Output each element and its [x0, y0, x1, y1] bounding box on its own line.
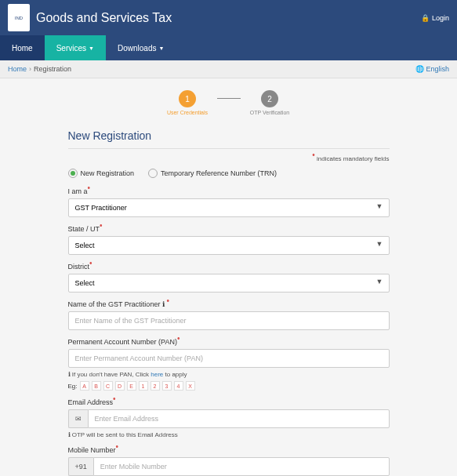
header: IND Goods and Services Tax 🔒 Login — [0, 0, 457, 35]
mail-icon: ✉ — [68, 409, 88, 428]
site-title: Goods and Services Tax — [36, 11, 172, 25]
state-label: State / UT• — [68, 225, 390, 233]
radio-trn[interactable]: Temporary Reference Number (TRN) — [148, 169, 277, 178]
email-input[interactable] — [88, 409, 390, 428]
language-selector[interactable]: 🌐 English — [415, 65, 449, 73]
radio-new-registration[interactable]: New Registration — [68, 169, 135, 178]
breadcrumb-bar: Home›Registration 🌐 English — [0, 60, 457, 78]
pan-note: ℹ If you don't have PAN, Click here to a… — [68, 371, 390, 378]
nav-home[interactable]: Home — [0, 35, 45, 60]
email-note: ℹ OTP will be sent to this Email Address — [68, 431, 390, 438]
mobile-input[interactable] — [93, 457, 390, 476]
mobile-prefix: +91 — [68, 457, 93, 476]
registration-type-radio: New Registration Temporary Reference Num… — [68, 169, 390, 178]
emblem-logo: IND — [8, 4, 30, 31]
district-select[interactable]: Select — [68, 274, 390, 293]
mandatory-note: • indicates mandatory fields — [68, 155, 390, 162]
mobile-label: Mobile Number• — [68, 446, 390, 454]
step-1: 1 User Credentials — [158, 90, 217, 115]
pan-input[interactable] — [68, 349, 390, 368]
pan-example: Eg: ABCDE1234X — [68, 381, 390, 391]
navbar: Home Services▼ Downloads▼ — [0, 35, 457, 60]
step-indicator: 1 User Credentials 2 OTP Verification — [68, 78, 390, 123]
name-input[interactable] — [68, 311, 390, 330]
email-label: Email Address• — [68, 398, 390, 406]
info-icon: ℹ — [162, 300, 165, 308]
form-title: New Registration — [68, 123, 390, 149]
breadcrumb-current: Registration — [34, 65, 71, 73]
state-select[interactable]: Select — [68, 236, 390, 255]
chevron-down-icon: ▼ — [158, 45, 164, 51]
district-label: District• — [68, 263, 390, 271]
breadcrumb-home[interactable]: Home — [8, 65, 27, 73]
iam-label: I am a• — [68, 187, 390, 195]
name-label: Name of the GST Practitioner ℹ • — [68, 300, 390, 308]
chevron-down-icon: ▼ — [89, 45, 94, 51]
login-link[interactable]: 🔒 Login — [421, 14, 449, 22]
nav-downloads[interactable]: Downloads▼ — [106, 35, 176, 60]
nav-services[interactable]: Services▼ — [45, 35, 106, 60]
iam-select[interactable]: GST Practitioner — [68, 198, 390, 217]
breadcrumb: Home›Registration — [8, 65, 71, 73]
pan-label: Permanent Account Number (PAN)• — [68, 338, 390, 346]
step-2: 2 OTP Verification — [241, 90, 299, 115]
pan-apply-link[interactable]: here — [151, 371, 163, 378]
